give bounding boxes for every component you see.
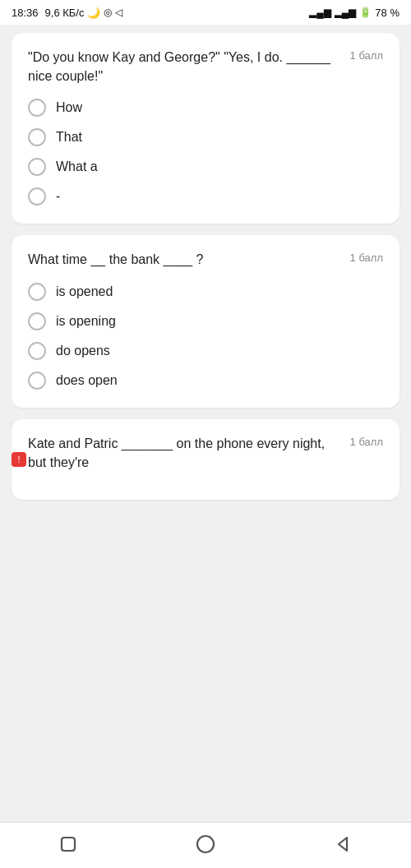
svg-marker-2 [339, 838, 347, 851]
option-q1-1-label: That [56, 130, 82, 145]
option-q2-2-label: do opens [56, 344, 110, 358]
question-2-options: is opened is opening do opens does open [28, 283, 383, 390]
option-q2-0-label: is opened [56, 284, 113, 299]
option-q1-2-label: What a [56, 159, 98, 174]
option-q1-3[interactable]: - [28, 187, 383, 205]
nav-square-button[interactable] [57, 833, 80, 856]
svg-point-1 [197, 836, 214, 852]
status-left: 18:36 9,6 КБ/с 🌙 ◎ ◁ [12, 7, 122, 19]
navigation-icon: ◁ [115, 7, 122, 18]
option-q2-0[interactable]: is opened [28, 283, 383, 301]
radio-q1-0[interactable] [28, 99, 46, 117]
option-q1-3-label: - [56, 189, 60, 204]
status-data: 9,6 КБ/с [45, 7, 85, 19]
question-2-score: 1 балл [350, 252, 383, 264]
location-icon: ◎ [104, 7, 112, 18]
side-notification-badge: ! [12, 452, 26, 467]
option-q2-2[interactable]: do opens [28, 342, 383, 360]
nav-back-button[interactable] [331, 833, 354, 856]
question-card-3-wrapper: ! Kate and Patric _______ on the phone e… [12, 419, 399, 500]
moon-icon: 🌙 [87, 7, 100, 19]
option-q1-1[interactable]: That [28, 128, 383, 146]
option-q2-3-label: does open [56, 373, 118, 388]
option-q2-3[interactable]: does open [28, 372, 383, 390]
question-1-header: "Do you know Kay and George?" "Yes, I do… [28, 48, 383, 85]
square-icon [59, 835, 77, 853]
status-time: 18:36 [12, 7, 39, 19]
battery-icon: 🔋 [359, 7, 372, 18]
radio-q2-0[interactable] [28, 283, 46, 301]
nav-bar [0, 822, 411, 868]
radio-q2-2[interactable] [28, 342, 46, 360]
question-3-text: Kate and Patric _______ on the phone eve… [28, 434, 350, 472]
question-3-header: Kate and Patric _______ on the phone eve… [28, 434, 383, 472]
status-bar: 18:36 9,6 КБ/с 🌙 ◎ ◁ ▂▄▆ ▂▄▆ 🔋 78 % [0, 0, 411, 25]
radio-q1-1[interactable] [28, 128, 46, 146]
question-card-2: What time __ the bank ____ ? 1 балл is o… [12, 235, 399, 407]
question-1-options: How That What a - [28, 99, 383, 205]
question-3-score: 1 балл [350, 436, 383, 448]
svg-rect-0 [62, 838, 75, 851]
question-card-3: Kate and Patric _______ on the phone eve… [12, 419, 399, 500]
radio-q1-3[interactable] [28, 187, 46, 205]
question-1-text: "Do you know Kay and George?" "Yes, I do… [28, 48, 350, 85]
circle-icon [196, 834, 215, 854]
radio-q2-3[interactable] [28, 372, 46, 390]
status-right: ▂▄▆ ▂▄▆ 🔋 78 % [309, 7, 399, 19]
option-q1-2[interactable]: What a [28, 158, 383, 176]
option-q2-1-label: is opening [56, 314, 116, 329]
nav-circle-button[interactable] [194, 833, 217, 856]
radio-q2-1[interactable] [28, 312, 46, 330]
battery-level: 78 % [375, 7, 399, 19]
back-icon [334, 835, 352, 853]
option-q1-0-label: How [56, 100, 82, 115]
signal-icon: ▂▄▆ [309, 7, 331, 18]
signal-icon-2: ▂▄▆ [335, 7, 357, 18]
question-1-score: 1 балл [350, 49, 383, 62]
option-q2-1[interactable]: is opening [28, 312, 383, 330]
question-2-text: What time __ the bank ____ ? [28, 250, 350, 269]
question-2-header: What time __ the bank ____ ? 1 балл [28, 250, 383, 269]
page-content: "Do you know Kay and George?" "Yes, I do… [0, 25, 411, 822]
option-q1-0[interactable]: How [28, 99, 383, 117]
radio-q1-2[interactable] [28, 158, 46, 176]
question-card-1: "Do you know Kay and George?" "Yes, I do… [12, 33, 399, 224]
